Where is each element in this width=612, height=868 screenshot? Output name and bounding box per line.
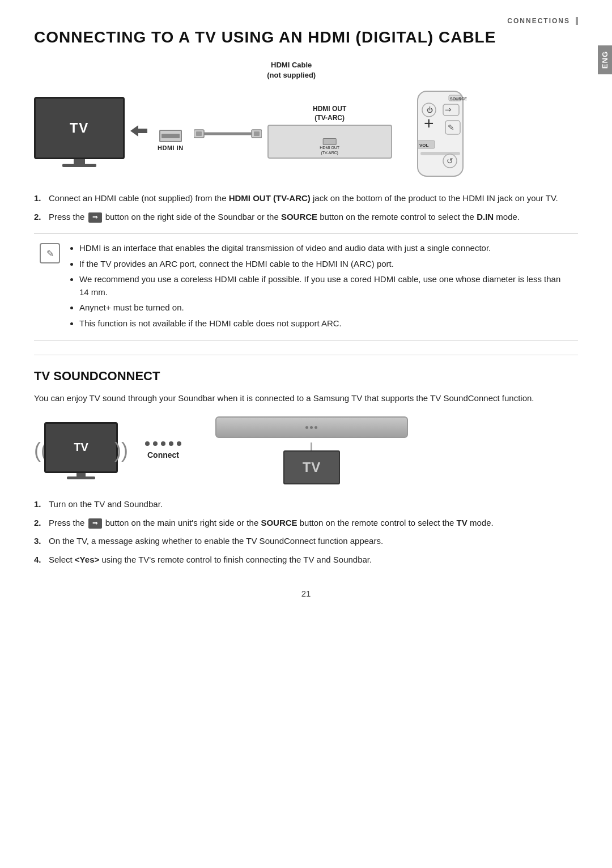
sc-step2-bold-source: SOURCE <box>261 518 297 527</box>
sc-step2-text: Press the ⇒ button on the main unit's ri… <box>49 517 578 530</box>
sc-dots <box>145 441 181 446</box>
tv-screen: TV <box>34 97 125 159</box>
step2-text: Press the ⇒ button on the right side of … <box>49 211 578 224</box>
sc-step1: 1. Turn on the TV and Soundbar. <box>34 498 578 511</box>
remote-control: SOURCE ⏻ ⇒ + ✎ VOL ↺ <box>409 88 474 181</box>
source-button-icon-1: ⇒ <box>88 212 102 223</box>
sc-dot-3 <box>161 441 165 446</box>
hdmi-in-port <box>159 130 182 142</box>
section1-steps: 1. Connect an HDMI cable (not supplied) … <box>34 192 578 223</box>
svg-marker-0 <box>130 125 147 137</box>
notes-list: HDMI is an interface that enables the di… <box>69 242 572 330</box>
sc-step4-num: 4. <box>34 554 44 567</box>
svg-text:↺: ↺ <box>447 156 453 165</box>
hdmi-cable <box>194 125 262 144</box>
hdmi-out-port-label: HDMI OUT (TV-ARC) <box>320 146 339 155</box>
cable-label-line1: HDMI Cable <box>271 61 312 69</box>
soundbar-box: HDMI OUT (TV-ARC) <box>267 125 392 159</box>
svg-rect-18 <box>420 152 460 155</box>
step2: 2. Press the ⇒ button on the right side … <box>34 211 578 224</box>
sc-tv-label: TV <box>74 441 88 454</box>
hdmi-diagram: HDMI Cable (not supplied) TV HDMI IN <box>34 60 578 181</box>
step1: 1. Connect an HDMI cable (not supplied) … <box>34 192 578 205</box>
hdmi-in-label: HDMI IN <box>158 144 184 151</box>
sc-step4: 4. Select <Yes> using the TV's remote co… <box>34 554 578 567</box>
sc-soundbar-bar <box>215 416 408 438</box>
sc-tv-screen-below: TV <box>283 450 340 484</box>
section2-intro: You can enjoy TV sound through your Soun… <box>34 392 578 405</box>
sc-tv-stand-base <box>67 476 95 479</box>
hdmi-out-label-top: HDMI OUT (TV-ARC) <box>313 105 346 122</box>
soundbar-device: HDMI OUT (TV-ARC) HDMI OUT (TV-ARC) <box>267 105 392 159</box>
sc-dot-4 <box>169 441 173 446</box>
section-divider <box>34 355 578 355</box>
sc-step1-text: Turn on the TV and Soundbar. <box>49 498 578 511</box>
cable-label-line2: (not supplied) <box>267 71 316 79</box>
step1-num: 1. <box>34 192 44 205</box>
sc-step3-text: On the TV, a message asking whether to e… <box>49 535 578 548</box>
tv-device: TV <box>34 97 125 167</box>
source-button-icon-2: ⇒ <box>88 518 102 529</box>
tv-label: TV <box>70 120 90 136</box>
sc-connect-area: Connect <box>145 441 181 459</box>
sc-step1-num: 1. <box>34 498 44 511</box>
svg-text:⇒: ⇒ <box>445 105 452 114</box>
sc-tv-screen: TV <box>44 422 118 473</box>
page-header: CONNECTIONS <box>34 17 578 25</box>
sc-dot-1 <box>145 441 150 446</box>
notes-icon: ✎ <box>40 243 60 263</box>
section2-steps: 1. Turn on the TV and Soundbar. 2. Press… <box>34 498 578 566</box>
svg-text:+: + <box>424 114 434 133</box>
page-number: 21 <box>34 589 578 598</box>
cable-label: HDMI Cable (not supplied) <box>267 60 316 80</box>
section2-title: TV SOUNDCONNECT <box>34 369 578 384</box>
sc-connector <box>311 442 312 450</box>
svg-text:✎: ✎ <box>448 123 454 132</box>
hdmi-in-port-inner <box>162 134 180 138</box>
sc-screen-label: TV <box>303 459 321 475</box>
sc-step2: 2. Press the ⇒ button on the main unit's… <box>34 517 578 530</box>
sc-connect-label: Connect <box>147 450 179 459</box>
sc-step2-bold-tv: TV <box>457 518 468 527</box>
note-3: We recommend you use a coreless HDMI cab… <box>79 273 572 299</box>
tv-stand-base <box>62 164 96 167</box>
step2-num: 2. <box>34 211 44 224</box>
sc-tv-stand-neck <box>76 473 86 476</box>
step2-bold-din: D.IN <box>477 212 494 222</box>
note-5: This function is not available if the HD… <box>79 317 572 330</box>
tv-stand-neck <box>74 159 85 164</box>
hdmi-out-port-box <box>323 138 337 145</box>
svg-text:⏻: ⏻ <box>427 107 433 113</box>
sc-step4-text: Select <Yes> using the TV's remote contr… <box>49 554 578 567</box>
note-4: Anynet+ must be turned on. <box>79 301 572 314</box>
sc-step3: 3. On the TV, a message asking whether t… <box>34 535 578 548</box>
eng-tab: ENG <box>598 45 612 74</box>
soundconnect-diagram: (( TV )) Connect TV <box>34 416 578 484</box>
sc-step4-bold-yes: <Yes> <box>75 555 99 564</box>
sc-dot-2 <box>153 441 158 446</box>
step2-bold-source: SOURCE <box>281 212 317 222</box>
svg-rect-5 <box>254 131 260 136</box>
hdmi-out-port: HDMI OUT (TV-ARC) <box>320 138 339 155</box>
svg-rect-2 <box>196 131 202 136</box>
connections-label: CONNECTIONS <box>507 17 578 25</box>
step1-text: Connect an HDMI cable (not supplied) fro… <box>49 192 578 205</box>
sc-right: TV <box>198 416 425 484</box>
note-1: HDMI is an interface that enables the di… <box>79 242 572 255</box>
wave-right-icon: )) <box>114 439 128 462</box>
arrow-left <box>130 125 147 138</box>
section1-title: CONNECTING TO A TV USING AN HDMI (DIGITA… <box>34 28 578 46</box>
svg-text:VOL: VOL <box>419 143 429 148</box>
step1-bold1: HDMI OUT (TV-ARC) <box>229 193 311 203</box>
sc-dot-5 <box>177 441 181 446</box>
sc-step2-num: 2. <box>34 517 44 530</box>
hdmi-in-port-area: HDMI IN <box>158 130 184 151</box>
svg-text:SOURCE: SOURCE <box>450 97 467 101</box>
notes-box: ✎ HDMI is an interface that enables the … <box>34 233 578 341</box>
sc-step3-num: 3. <box>34 535 44 548</box>
sc-left: (( TV )) <box>34 422 128 479</box>
sc-tv-device: TV <box>44 422 118 479</box>
notes-content: HDMI is an interface that enables the di… <box>69 242 572 333</box>
note-2: If the TV provides an ARC port, connect … <box>79 258 572 271</box>
